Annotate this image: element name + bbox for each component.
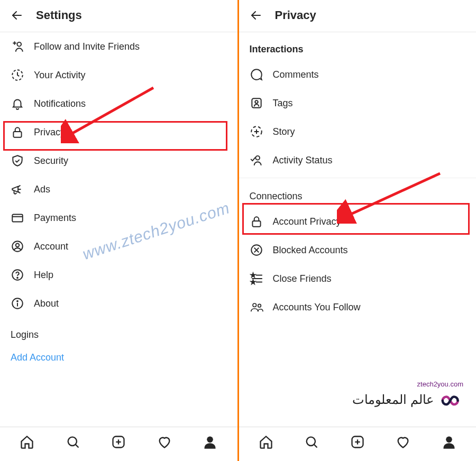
- add-account-link[interactable]: Add Account: [0, 346, 237, 370]
- home-icon[interactable]: [20, 435, 34, 449]
- star-list-icon: ★★: [250, 272, 263, 285]
- settings-title: Settings: [36, 8, 82, 22]
- svg-point-24: [255, 100, 258, 103]
- settings-item-label: Security: [34, 155, 68, 167]
- infinity-icon: [440, 390, 463, 413]
- clock-icon: [11, 68, 24, 82]
- bottom-nav: [0, 427, 237, 461]
- add-person-icon: [11, 40, 24, 53]
- privacy-item-label: Tags: [273, 98, 293, 109]
- privacy-item-activity-status[interactable]: Activity Status: [239, 146, 477, 174]
- story-plus-icon: [250, 125, 263, 139]
- svg-point-41: [307, 437, 315, 446]
- branding-logo: ztech2you.com عالم المعلومات: [352, 380, 463, 413]
- branding-arabic: عالم المعلومات: [352, 392, 434, 407]
- info-circle-icon: [11, 297, 24, 310]
- svg-point-28: [255, 156, 260, 160]
- privacy-item-label: Accounts You Follow: [273, 302, 361, 313]
- profile-icon[interactable]: [203, 435, 217, 449]
- tag-person-icon: [250, 96, 263, 110]
- settings-item-privacy[interactable]: Privacy: [0, 118, 237, 146]
- settings-item-account[interactable]: Account: [0, 232, 237, 261]
- privacy-item-account-privacy[interactable]: Account Privacy: [239, 207, 477, 236]
- profile-icon[interactable]: [442, 435, 456, 449]
- settings-item-label: Follow and Invite Friends: [34, 41, 140, 52]
- add-post-icon[interactable]: [350, 435, 365, 449]
- branding-url: ztech2you.com: [352, 380, 463, 388]
- svg-rect-6: [12, 215, 23, 222]
- megaphone-icon: [11, 182, 24, 196]
- privacy-item-accounts-you-follow[interactable]: Accounts You Follow: [239, 293, 477, 321]
- settings-item-label: Account: [34, 241, 68, 252]
- section-connections: Connections: [239, 178, 477, 207]
- settings-item-ads[interactable]: Ads: [0, 175, 237, 204]
- lock-icon: [250, 215, 263, 228]
- settings-item-about[interactable]: About: [0, 289, 237, 318]
- svg-point-38: [253, 303, 257, 307]
- svg-line-17: [75, 445, 78, 448]
- settings-item-security[interactable]: Security: [0, 146, 237, 175]
- svg-line-42: [314, 445, 317, 448]
- settings-item-label: Notifications: [34, 98, 86, 109]
- svg-point-39: [258, 304, 261, 307]
- svg-text:★: ★: [251, 272, 255, 278]
- svg-point-16: [68, 437, 76, 446]
- settings-header: Settings: [0, 0, 237, 32]
- settings-item-activity[interactable]: Your Activity: [0, 61, 237, 89]
- x-circle-icon: [250, 243, 263, 257]
- search-icon[interactable]: [304, 435, 319, 449]
- privacy-item-label: Comments: [273, 69, 319, 80]
- bottom-nav: [239, 427, 477, 461]
- settings-item-follow-invite[interactable]: Follow and Invite Friends: [0, 32, 237, 61]
- privacy-item-story[interactable]: Story: [239, 117, 477, 146]
- privacy-item-comments[interactable]: Comments: [239, 60, 477, 89]
- svg-point-9: [16, 244, 20, 247]
- add-post-icon[interactable]: [111, 435, 126, 449]
- heart-icon[interactable]: [396, 435, 410, 449]
- settings-item-label: Privacy: [34, 127, 65, 138]
- privacy-item-tags[interactable]: Tags: [239, 89, 477, 117]
- settings-item-label: Payments: [34, 213, 76, 224]
- privacy-item-label: Account Privacy: [273, 216, 341, 227]
- settings-list: Follow and Invite Friends Your Activity …: [0, 32, 237, 427]
- privacy-header: Privacy: [239, 0, 477, 32]
- person-circle-icon: [11, 239, 24, 253]
- svg-point-46: [446, 437, 452, 443]
- back-icon[interactable]: [250, 9, 262, 22]
- privacy-item-label: Activity Status: [273, 155, 333, 166]
- settings-item-payments[interactable]: Payments: [0, 204, 237, 232]
- settings-panel: Settings Follow and Invite Friends Your …: [0, 0, 237, 461]
- svg-rect-29: [252, 221, 260, 227]
- svg-rect-5: [13, 132, 21, 137]
- privacy-panel: Privacy Interactions Comments Tags: [239, 0, 477, 461]
- heart-icon[interactable]: [157, 435, 172, 449]
- privacy-item-blocked-accounts[interactable]: Blocked Accounts: [239, 236, 477, 264]
- svg-point-21: [207, 437, 213, 443]
- back-icon[interactable]: [11, 9, 23, 22]
- svg-point-11: [17, 278, 18, 279]
- section-logins: Logins: [0, 318, 237, 346]
- svg-point-3: [17, 42, 21, 47]
- svg-text:★: ★: [251, 279, 255, 285]
- people-icon: [250, 300, 263, 314]
- privacy-item-close-friends[interactable]: ★★ Close Friends: [239, 264, 477, 293]
- section-interactions: Interactions: [239, 32, 477, 60]
- comment-icon: [250, 68, 263, 81]
- home-icon[interactable]: [259, 435, 273, 449]
- shield-check-icon: [11, 154, 24, 168]
- lock-icon: [11, 125, 24, 139]
- privacy-item-label: Story: [273, 126, 295, 137]
- privacy-item-label: Close Friends: [273, 273, 332, 284]
- person-check-icon: [250, 153, 263, 167]
- settings-item-label: Your Activity: [34, 70, 85, 81]
- svg-point-13: [17, 301, 18, 302]
- privacy-list: Interactions Comments Tags Story: [239, 32, 477, 427]
- settings-item-help[interactable]: Help: [0, 261, 237, 289]
- privacy-item-label: Blocked Accounts: [273, 245, 348, 256]
- settings-item-label: Ads: [34, 184, 50, 195]
- bell-icon: [11, 97, 24, 110]
- privacy-title: Privacy: [275, 8, 316, 22]
- settings-item-notifications[interactable]: Notifications: [0, 89, 237, 118]
- card-icon: [11, 211, 24, 225]
- search-icon[interactable]: [66, 435, 80, 449]
